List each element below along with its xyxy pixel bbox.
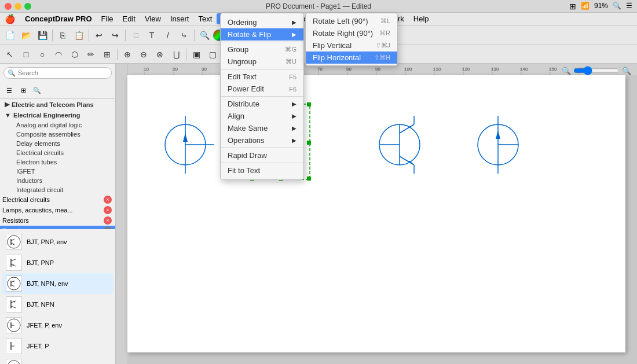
arc-tool[interactable]: ◠	[51, 47, 66, 62]
fit-to-text-item[interactable]: Fit to Text	[221, 164, 303, 177]
paste-button[interactable]: 📋	[71, 28, 86, 43]
intersect-shape-btn[interactable]: ⊗	[152, 47, 167, 62]
make-same-label: Make Same	[228, 124, 268, 133]
subtract-shape-btn[interactable]: ⊖	[136, 47, 151, 62]
ordering-item[interactable]: Ordering ▶	[221, 16, 303, 28]
flip-horizontal-item[interactable]: Flip Horizontal ⇧⌘H	[306, 52, 397, 64]
library-lamps[interactable]: Lamps, acoustics, mea... ×	[0, 205, 115, 215]
svg-text:120: 120	[462, 67, 470, 72]
category-label: Electric and Telecom Plans	[12, 101, 94, 108]
distribute-item[interactable]: Distribute ▶	[221, 98, 303, 110]
add-shape-btn[interactable]: ⊕	[120, 47, 135, 62]
distribute-arrow: ▶	[292, 101, 296, 107]
maximize-button[interactable]	[24, 3, 31, 10]
shape-bjt-npn[interactable]: BJT, NPN	[2, 294, 113, 315]
search-icon[interactable]: 🔍	[613, 2, 621, 11]
menu-insert[interactable]: Insert	[166, 13, 194, 24]
shape-bjt-pnp-env[interactable]: BJT, PNP, env	[2, 231, 113, 252]
save-button[interactable]: 💾	[35, 28, 50, 43]
rect-tool[interactable]: □	[19, 47, 34, 62]
sidebar-item-electrical-engineering[interactable]: ▼ Electrical Engineering	[0, 110, 115, 120]
group-item[interactable]: Group ⌘G	[221, 43, 303, 56]
connector-button[interactable]: ⤷	[177, 28, 192, 43]
sep3	[125, 30, 126, 41]
shape-bjt-npn-env[interactable]: BJT, NPN, env	[2, 273, 113, 294]
operations-item[interactable]: Operations ▶	[221, 134, 303, 146]
shape-icon-bjt-npn-env	[6, 275, 22, 292]
ungroup-item[interactable]: Ungroup ⌘U	[221, 56, 303, 68]
sidebar-item-inductors[interactable]: Inductors	[5, 176, 115, 185]
copy-button[interactable]: ⎘	[55, 28, 70, 43]
list-view-btn[interactable]: ☰	[3, 84, 15, 96]
ellipse-tool[interactable]: ○	[35, 47, 50, 62]
zoom-in-icon[interactable]: 🔍	[622, 67, 631, 75]
align-arrow: ▶	[292, 113, 296, 119]
sidebar-item-composite[interactable]: Composite assemblies	[5, 130, 115, 139]
sidebar-item-electric-telecom[interactable]: ▶ Electric and Telecom Plans	[0, 99, 115, 110]
menu-view[interactable]: View	[140, 13, 166, 24]
zoom-out-icon[interactable]: 🔍	[562, 67, 571, 75]
sidebar-item-delay[interactable]: Delay elements	[5, 139, 115, 148]
rotate-left-item[interactable]: Rotate Left (90°) ⌘L	[306, 15, 397, 27]
menu-help[interactable]: Help	[409, 13, 434, 24]
rotate-right-label: Rotate Right (90°)	[313, 29, 373, 38]
shape-jfet-p[interactable]: JFET, P	[2, 336, 113, 356]
edit-text-item[interactable]: Edit Text F5	[221, 71, 303, 83]
shape-jfet-n-env[interactable]: JFET, N, env	[2, 356, 113, 364]
poly-tool[interactable]: ⬡	[67, 47, 82, 62]
rotate-right-item[interactable]: Rotate Right (90°) ⌘R	[306, 27, 397, 39]
text-button[interactable]: T	[144, 28, 159, 43]
freehand-tool[interactable]: ✏	[83, 47, 98, 62]
shape-label: BJT, PNP, env	[27, 238, 67, 245]
shape-bjt-pnp[interactable]: BJT, PNP	[2, 252, 113, 273]
drawing-canvas[interactable]	[127, 75, 625, 352]
close-button[interactable]	[5, 3, 12, 10]
line-button[interactable]: /	[160, 28, 175, 43]
minimize-button[interactable]	[14, 3, 21, 10]
ungroup-btn[interactable]: ▢	[205, 47, 220, 62]
sidebar-item-integrated[interactable]: Integrated circuit	[5, 185, 115, 194]
library-close-badge[interactable]: ×	[104, 206, 112, 214]
redo-button[interactable]: ↪	[108, 28, 123, 43]
power-edit-item[interactable]: Power Edit F6	[221, 83, 303, 95]
zoom-in-button[interactable]: 🔍	[197, 28, 212, 43]
zoom-slider[interactable]	[573, 66, 620, 75]
grid-icon[interactable]: ⊞	[569, 2, 576, 11]
app-name-menu[interactable]: ConceptDraw PRO	[20, 13, 97, 24]
menu-file[interactable]: File	[97, 13, 118, 24]
sidebar-item-analog[interactable]: Analog and digital logic	[5, 120, 115, 130]
ordering-label: Ordering	[228, 18, 257, 27]
sidebar-item-igfet[interactable]: IGFET	[5, 167, 115, 176]
arrow-down-icon: ▼	[5, 112, 11, 119]
open-button[interactable]: 📂	[19, 28, 34, 43]
menu-edit[interactable]: Edit	[118, 13, 140, 24]
make-same-item[interactable]: Make Same ▶	[221, 122, 303, 134]
apple-menu[interactable]: 🍎	[0, 14, 20, 24]
search-view-btn[interactable]: 🔍	[31, 84, 43, 96]
shapes-button[interactable]: ⬚	[128, 28, 143, 43]
library-resistors[interactable]: Resistors ×	[0, 215, 115, 226]
table-tool[interactable]: ⊞	[100, 47, 115, 62]
menu-icon[interactable]: ☰	[626, 2, 632, 11]
select-tool[interactable]: ↖	[2, 47, 17, 62]
library-electrical-circuits[interactable]: Electrical circuits ×	[0, 194, 115, 205]
undo-button[interactable]: ↩	[91, 28, 107, 43]
flip-vertical-item[interactable]: Flip Vertical ⇧⌘J	[306, 39, 397, 52]
canvas-area[interactable]: 10 20 30 40 50 60 70 80 90 100 110 120 1…	[116, 64, 637, 364]
sidebar-item-elec-circuits[interactable]: Electrical circuits	[5, 148, 115, 157]
align-item[interactable]: Align ▶	[221, 110, 303, 122]
rotate-flip-item[interactable]: Rotate & Flip ▶	[221, 28, 303, 41]
rapid-draw-item[interactable]: Rapid Draw	[221, 149, 303, 161]
svg-text:20: 20	[173, 67, 178, 72]
grid-view-btn[interactable]: ⊞	[17, 84, 29, 96]
library-close-badge[interactable]: ×	[104, 216, 112, 225]
union-shape-btn[interactable]: ⋃	[169, 47, 184, 62]
search-input[interactable]	[18, 69, 93, 76]
shape-jfet-p-env[interactable]: JFET, P, env	[2, 315, 113, 336]
edit-section: Edit Text F5 Power Edit F6	[221, 69, 303, 97]
library-close-badge[interactable]: ×	[104, 196, 112, 204]
new-button[interactable]: 📄	[2, 28, 17, 43]
menu-text[interactable]: Text	[193, 13, 217, 24]
group-btn[interactable]: ▣	[189, 47, 204, 62]
sidebar-item-electron-tubes[interactable]: Electron tubes	[5, 157, 115, 167]
